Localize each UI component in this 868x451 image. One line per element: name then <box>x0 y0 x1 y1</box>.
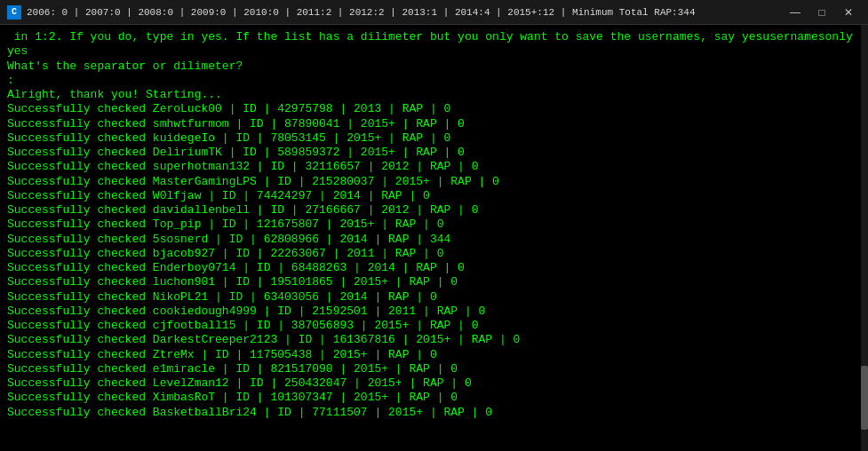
terminal-line: Successfully checked MasterGamingLPS | I… <box>7 175 861 189</box>
terminal-line: Successfully checked 5sosnerd | ID | 628… <box>7 233 861 247</box>
terminal-line: Successfully checked ZeroLuck00 | ID | 4… <box>7 102 861 116</box>
window-controls: — □ ✕ <box>783 4 861 21</box>
terminal-line: Successfully checked LevelZman12 | ID | … <box>7 376 861 391</box>
terminal-output: in 1:2. If you do, type in yes. If the l… <box>0 25 868 451</box>
terminal-line: Successfully checked NikoPL21 | ID | 634… <box>7 290 861 305</box>
terminal-lines-container: in 1:2. If you do, type in yes. If the l… <box>7 30 861 420</box>
terminal-line: Successfully checked e1miracle | ID | 82… <box>7 362 861 376</box>
terminal-line: What's the separator or dilimeter? <box>7 59 861 74</box>
terminal-line: Successfully checked DeliriumTK | ID | 5… <box>7 146 861 160</box>
terminal-line: Successfully checked smhwtfurmom | ID | … <box>7 117 861 131</box>
terminal-line: Successfully checked cookiedough4999 | I… <box>7 305 861 319</box>
terminal-line: Successfully checked W0lfjaw | ID | 7442… <box>7 189 861 203</box>
terminal-line: Successfully checked ZtreMx | ID | 11750… <box>7 348 861 362</box>
scrollbar-thumb[interactable] <box>861 366 868 430</box>
terminal-line: Successfully checked Top_pip | ID | 1216… <box>7 218 861 232</box>
close-button[interactable]: ✕ <box>836 4 861 21</box>
scrollbar[interactable] <box>861 25 868 451</box>
terminal-line: yes <box>7 44 861 59</box>
terminal-line: Successfully checked davidallenbell | ID… <box>7 203 861 218</box>
main-window: C 2006: 0 | 2007:0 | 2008:0 | 2009:0 | 2… <box>0 0 868 451</box>
maximize-button[interactable]: □ <box>809 4 834 21</box>
minimize-button[interactable]: — <box>783 4 808 21</box>
title-bar: C 2006: 0 | 2007:0 | 2008:0 | 2009:0 | 2… <box>0 0 868 25</box>
terminal-line: Successfully checked kuidegeIo | ID | 78… <box>7 131 861 146</box>
terminal-line: Successfully checked XimbasRoT | ID | 10… <box>7 391 861 405</box>
terminal-line: Successfully checked luchon901 | ID | 19… <box>7 275 861 289</box>
terminal-line: Successfully checked Enderboy0714 | ID |… <box>7 261 861 275</box>
terminal-line: Successfully checked DarkestCreeper2123 … <box>7 333 861 347</box>
terminal-line: Successfully checked BasketballBri24 | I… <box>7 406 861 420</box>
terminal-line: in 1:2. If you do, type in yes. If the l… <box>7 30 861 44</box>
terminal-line: Successfully checked cjfootball15 | ID |… <box>7 319 861 333</box>
terminal-line: : <box>7 74 861 88</box>
terminal-line: Successfully checked superhotman132 | ID… <box>7 160 861 174</box>
app-icon: C <box>7 5 21 20</box>
title-bar-text: 2006: 0 | 2007:0 | 2008:0 | 2009:0 | 201… <box>27 7 783 18</box>
terminal-line: Alright, thank you! Starting... <box>7 88 861 102</box>
terminal-line: Successfully checked bjacob927 | ID | 22… <box>7 247 861 261</box>
